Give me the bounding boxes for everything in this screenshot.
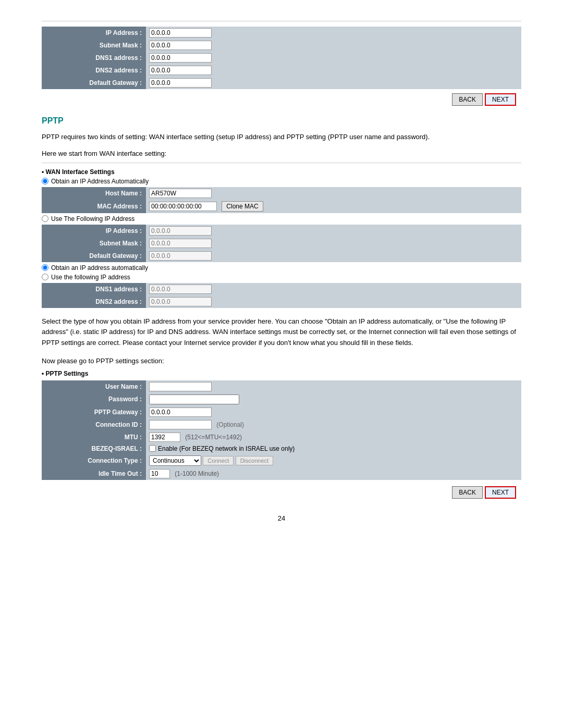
top-next-button[interactable]: NEXT: [485, 93, 516, 106]
table-row: BEZEQ-ISRAEL : Enable (For BEZEQ network…: [42, 443, 521, 454]
connection-type-label: Connection Type :: [42, 454, 146, 467]
subnet-mask-input[interactable]: [149, 41, 212, 50]
connection-type-cell: Continuous Connect on Demand Manual Conn…: [146, 454, 507, 467]
idle-timeout-rest: [507, 467, 521, 480]
wan-settings-label: • WAN Interface Settings: [42, 168, 521, 176]
subnet-mask-label: Subnet Mask :: [42, 39, 146, 52]
password-input[interactable]: [149, 394, 239, 404]
wan-dns1-rest: [490, 283, 521, 295]
radio-auto-ip[interactable]: [42, 178, 48, 184]
table-row: IP Address :: [42, 27, 521, 39]
pptp-settings-table: User Name : Password : PPTP Gateway :: [42, 380, 521, 480]
radio-use-dns[interactable]: [42, 274, 48, 280]
ip-address-rest: [229, 27, 521, 39]
wan-gw-input[interactable]: [149, 251, 212, 261]
wan-subnet-input[interactable]: [149, 239, 212, 248]
mac-address-input[interactable]: [149, 202, 217, 211]
connection-id-optional: (Optional): [216, 421, 244, 428]
table-row: Default Gateway :: [42, 250, 521, 262]
pptp-intro: Here we start from WAN interface setting…: [42, 150, 521, 157]
pptp-gw-input[interactable]: [149, 408, 212, 417]
connection-id-input[interactable]: [149, 420, 212, 429]
wan-ip-input[interactable]: [149, 226, 212, 236]
radio-use-dns-row[interactable]: Use the following IP address: [42, 274, 521, 281]
default-gw-label: Default Gateway :: [42, 77, 146, 89]
wan-subnet-label: Subnet Mask :: [42, 237, 146, 250]
table-row: PPTP Gateway :: [42, 406, 521, 418]
wan-ip-table: IP Address : Subnet Mask : Default Gatew…: [42, 225, 521, 262]
idle-timeout-input[interactable]: [149, 469, 170, 478]
wan-ip-cell: [146, 225, 490, 237]
radio-obtain-dns-label: Obtain an IP address automatically: [51, 264, 148, 272]
pptp-divider: [42, 163, 521, 163]
radio-obtain-dns[interactable]: [42, 264, 48, 271]
wan-ip-label: IP Address :: [42, 225, 146, 237]
pptp-heading: PPTP: [42, 116, 521, 126]
wan-gw-label: Default Gateway :: [42, 250, 146, 262]
pptp-settings-section: • PPTP Settings User Name : Password : P…: [42, 370, 521, 480]
mtu-cell: (512<=MTU<=1492): [146, 431, 507, 443]
top-back-button[interactable]: BACK: [452, 93, 483, 106]
wan-section: • WAN Interface Settings Obtain an IP Ad…: [42, 168, 521, 308]
wan-dns2-label: DNS2 address :: [42, 295, 146, 308]
ip-address-label: IP Address :: [42, 27, 146, 39]
subnet-mask-rest: [229, 39, 521, 52]
idle-timeout-label: Idle Time Out :: [42, 467, 146, 480]
host-name-label: Host Name :: [42, 187, 146, 200]
table-row: DNS1 address :: [42, 283, 521, 295]
wan-dns1-label: DNS1 address :: [42, 283, 146, 295]
mac-address-cell: Clone MAC: [146, 200, 503, 213]
pptp-gw-rest: [507, 406, 521, 418]
table-row: Subnet Mask :: [42, 237, 521, 250]
pptp-next-button[interactable]: NEXT: [485, 486, 516, 499]
pptp-back-button[interactable]: BACK: [452, 486, 483, 499]
default-gw-cell: [146, 77, 229, 89]
wan-host-table: Host Name : MAC Address : Clone MAC: [42, 187, 521, 213]
user-name-cell: [146, 380, 507, 393]
connection-type-select[interactable]: Continuous Connect on Demand Manual: [149, 455, 201, 466]
top-form-table: IP Address : Subnet Mask : DNS1 address …: [42, 27, 521, 89]
top-btn-row: BACK NEXT: [42, 93, 521, 106]
bezeq-cell: Enable (For BEZEQ network in ISRAEL use …: [146, 443, 507, 454]
wan-dns1-input[interactable]: [149, 285, 212, 294]
radio-manual-row[interactable]: Use The Following IP Address: [42, 215, 521, 223]
wan-subnet-cell: [146, 237, 490, 250]
dns1-address-input[interactable]: [149, 53, 212, 63]
dns2-address-rest: [229, 64, 521, 77]
pptp-section: PPTP PPTP requires two kinds of setting:…: [42, 116, 521, 499]
user-name-input[interactable]: [149, 382, 212, 391]
dns2-address-input[interactable]: [149, 66, 212, 75]
ip-address-input[interactable]: [149, 28, 212, 38]
user-name-rest: [507, 380, 521, 393]
table-row: Idle Time Out : (1-1000 Minute): [42, 467, 521, 480]
host-name-cell: [146, 187, 503, 200]
connection-type-rest: [507, 454, 521, 467]
bezeq-checkbox-label: Enable (For BEZEQ network in ISRAEL use …: [158, 445, 295, 452]
pptp-gw-label: PPTP Gateway :: [42, 406, 146, 418]
radio-manual-ip[interactable]: [42, 215, 48, 222]
connection-id-rest: [507, 418, 521, 431]
clone-mac-button[interactable]: Clone MAC: [222, 201, 263, 212]
wan-gw-rest: [490, 250, 521, 262]
host-name-input[interactable]: [149, 189, 212, 198]
pptp-description: PPTP requires two kinds of setting: WAN …: [42, 132, 521, 142]
wan-dns2-input[interactable]: [149, 297, 212, 306]
user-name-label: User Name :: [42, 380, 146, 393]
table-row: DNS2 address :: [42, 295, 521, 308]
mtu-input[interactable]: [149, 433, 180, 442]
table-row: IP Address :: [42, 225, 521, 237]
default-gw-input[interactable]: [149, 78, 212, 88]
table-row: DNS1 address :: [42, 52, 521, 64]
connect-button[interactable]: Connect: [203, 456, 234, 465]
password-rest: [507, 393, 521, 406]
radio-obtain-dns-row[interactable]: Obtain an IP address automatically: [42, 264, 521, 272]
mtu-label: MTU :: [42, 431, 146, 443]
pptp-btn-row: BACK NEXT: [42, 486, 521, 499]
bezeq-checkbox[interactable]: [149, 445, 156, 452]
disconnect-button[interactable]: Disconnect: [236, 456, 273, 465]
dns2-address-cell: [146, 64, 229, 77]
table-row: MTU : (512<=MTU<=1492): [42, 431, 521, 443]
table-row: User Name :: [42, 380, 521, 393]
table-row: DNS2 address :: [42, 64, 521, 77]
radio-auto-row[interactable]: Obtain an IP Address Automatically: [42, 178, 521, 185]
